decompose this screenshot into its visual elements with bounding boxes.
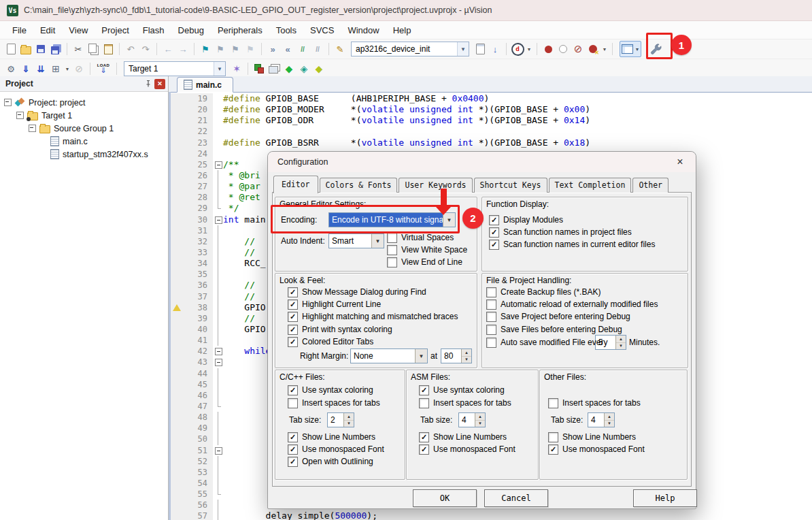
checkbox-insert-spaces-for-tabs[interactable] <box>288 398 298 408</box>
menu-peripherals[interactable]: Peripherals <box>211 22 269 38</box>
paste-icon[interactable] <box>101 42 115 56</box>
dialog-tab-other[interactable]: Other <box>632 178 669 193</box>
checkbox-print-with-syntax-coloring[interactable]: ✓ <box>288 325 298 335</box>
manage-rte-icon[interactable]: ◆ <box>282 62 296 76</box>
tree-item-main-c[interactable]: main.c <box>4 135 168 148</box>
right-margin-column-spinner[interactable]: 80 ▲▼ <box>441 348 472 363</box>
tree-item-project-project[interactable]: Project: project <box>4 96 168 109</box>
gutter-margin[interactable] <box>171 500 182 510</box>
comment-selection-icon[interactable]: // <box>296 42 309 56</box>
gutter-margin[interactable] <box>171 335 182 346</box>
checkbox-use-syntax-coloring[interactable]: ✓ <box>419 385 429 395</box>
check-display-modules[interactable]: ✓Display Modules <box>489 215 563 225</box>
search-dropdown-icon[interactable]: ▼ <box>457 42 469 56</box>
gutter-margin[interactable] <box>171 456 182 467</box>
menu-debug[interactable]: Debug <box>171 22 211 38</box>
breakpoint-disable-all-icon[interactable]: ⊘ <box>571 42 585 56</box>
bookmark-previous-icon[interactable]: ⚑ <box>214 42 227 56</box>
gutter-margin[interactable] <box>171 346 182 357</box>
check-show-line-numbers[interactable]: ✓Show Line Numbers <box>288 432 375 442</box>
help-button[interactable]: Help <box>633 489 697 507</box>
dialog-tab-shortcut-keys[interactable]: Shortcut Keys <box>474 178 547 193</box>
gutter-margin[interactable] <box>171 93 182 104</box>
checkbox-highlight-current-line[interactable]: ✓ <box>288 299 298 310</box>
menu-edit[interactable]: Edit <box>33 22 62 38</box>
check-save-project-before-entering-debug[interactable]: Save Project before entering Debug <box>486 312 630 322</box>
gutter-margin[interactable] <box>171 313 182 324</box>
spinner-arrows[interactable]: ▲▼ <box>461 349 471 363</box>
gutter-margin[interactable] <box>171 423 182 434</box>
translate-icon[interactable]: ⚙ <box>4 62 18 76</box>
check-use-monospaced-font[interactable]: ✓Use monospaced Font <box>288 444 384 455</box>
check-view-end-of-line[interactable]: View End of Line <box>387 257 462 267</box>
fold-marker[interactable] <box>213 214 223 225</box>
gutter-margin[interactable] <box>171 280 182 291</box>
gutter-margin[interactable] <box>171 137 182 148</box>
checkbox-create-backup-files-bak[interactable] <box>486 287 496 297</box>
gutter-margin[interactable] <box>171 379 182 390</box>
check-use-syntax-coloring[interactable]: ✓Use syntax coloring <box>419 385 505 395</box>
checkbox-view-end-of-line[interactable] <box>387 257 397 267</box>
breakpoint-disable-icon[interactable] <box>556 42 570 56</box>
window-stack-icon[interactable] <box>267 62 281 76</box>
checkbox-use-monospaced-font[interactable]: ✓ <box>419 444 429 455</box>
breakpoint-kill-all-icon[interactable] <box>586 42 600 56</box>
search-combobox[interactable]: ap3216c_device_init ▼ <box>351 42 469 56</box>
spinner-arrows[interactable]: ▲▼ <box>343 413 354 427</box>
menu-project[interactable]: Project <box>95 22 135 38</box>
checkbox-show-message-dialog-during-find[interactable]: ✓ <box>288 287 298 297</box>
gutter-margin[interactable] <box>171 203 182 214</box>
gutter-margin[interactable] <box>171 104 182 115</box>
check-highlight-current-line[interactable]: ✓Highlight Current Line <box>288 299 381 310</box>
check-insert-spaces-for-tabs[interactable]: Insert spaces for tabs <box>548 398 641 408</box>
close-panel-icon[interactable]: ✕ <box>154 79 165 89</box>
gutter-margin[interactable] <box>171 324 182 335</box>
tree-item-target-1[interactable]: Target 1 <box>4 109 168 122</box>
gutter-margin[interactable] <box>171 445 182 456</box>
menu-svcs[interactable]: SVCS <box>303 22 341 38</box>
options-for-target-icon[interactable]: ✶ <box>230 62 243 76</box>
check-use-syntax-coloring[interactable]: ✓Use syntax coloring <box>288 385 373 395</box>
batch-build-icon[interactable]: ⊞ <box>49 62 63 76</box>
save-icon[interactable] <box>34 42 48 56</box>
copy-icon[interactable] <box>86 42 100 56</box>
bookmark-clear-all-icon[interactable]: ⚑ <box>243 42 257 56</box>
checkbox-highlight-matching-and-mismatched-braces[interactable]: ✓ <box>288 312 298 322</box>
check-save-files-before-entering-debug[interactable]: Save Files before entering Debug <box>486 325 622 335</box>
spinner-arrows[interactable]: ▲▼ <box>475 413 485 427</box>
checkbox-colored-editor-tabs[interactable]: ✓ <box>288 337 298 347</box>
find-next-icon[interactable] <box>473 42 487 56</box>
editor-tab-mainc[interactable]: main.c <box>177 77 233 93</box>
bookmark-toggle-icon[interactable]: ⚑ <box>199 42 212 56</box>
check-create-backup-files-bak[interactable]: Create Backup files (*.BAK) <box>486 287 600 297</box>
debug-lookup-icon[interactable]: d <box>511 42 524 56</box>
checkbox-open-with-outlining[interactable]: ✓ <box>288 457 298 467</box>
gutter-margin[interactable] <box>171 181 182 192</box>
checkbox-save-project-before-entering-debug[interactable] <box>486 312 496 322</box>
menu-tools[interactable]: Tools <box>269 22 303 38</box>
checkbox-show-line-numbers[interactable]: ✓ <box>288 432 298 442</box>
dropdown-caret-icon[interactable]: ▼ <box>526 42 532 56</box>
new-file-icon[interactable] <box>4 42 18 56</box>
breakpoint-insert-icon[interactable] <box>541 42 555 56</box>
window-layout-icon[interactable]: ▼ <box>617 42 644 56</box>
gutter-margin[interactable] <box>171 247 182 258</box>
check-automatic-reload-of-externally-modified-files[interactable]: Automatic reload of externally modified … <box>486 299 658 310</box>
check-colored-editor-tabs[interactable]: ✓Colored Editor Tabs <box>288 337 373 347</box>
navigate-back-icon[interactable]: ← <box>161 42 175 56</box>
menu-help[interactable]: Help <box>386 22 418 38</box>
manage-project-items-icon[interactable] <box>252 62 266 76</box>
check-scan-function-names-in-current-editor-files[interactable]: ✓Scan function names in current editor f… <box>489 240 655 250</box>
check-view-white-space[interactable]: View White Space <box>387 245 467 255</box>
other-tab-size-spinner[interactable]: 4 ▲▼ <box>588 412 615 427</box>
gutter-margin[interactable] <box>171 170 182 181</box>
checkbox-use-monospaced-font[interactable]: ✓ <box>548 444 558 455</box>
asm-tab-size-spinner[interactable]: 4 ▲▼ <box>458 412 486 427</box>
gutter-margin[interactable] <box>171 159 182 170</box>
checkbox-scan-function-names-in-project-files[interactable]: ✓ <box>489 227 499 238</box>
fold-marker[interactable] <box>213 346 223 357</box>
gutter-margin[interactable] <box>171 368 182 379</box>
expander-icon[interactable] <box>29 125 36 132</box>
checkbox-show-line-numbers[interactable]: ✓ <box>419 432 429 442</box>
dropdown-caret-icon[interactable]: ▼ <box>64 62 71 76</box>
